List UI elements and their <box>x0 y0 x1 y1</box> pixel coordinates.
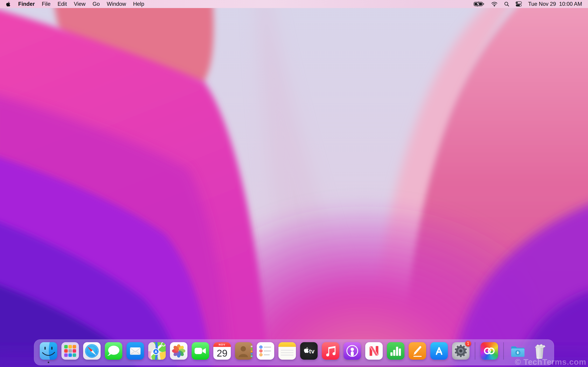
desktop-wallpaper <box>0 0 588 367</box>
dock-item-maps[interactable] <box>148 342 166 360</box>
apple-tv-icon: tv <box>300 342 318 360</box>
dock-item-pages[interactable] <box>409 342 426 360</box>
dock-item-numbers[interactable] <box>387 342 404 360</box>
dock-item-facetime[interactable] <box>192 342 209 360</box>
dock-item-music[interactable] <box>322 342 339 360</box>
control-center[interactable] <box>516 1 522 7</box>
dock-item-podcasts[interactable] <box>344 342 361 360</box>
menu-item-edit[interactable]: Edit <box>58 1 67 7</box>
menu-bar-left: Finder File Edit View Go Window Help <box>6 1 144 7</box>
dock-item-mail[interactable] <box>127 342 144 360</box>
dock-item-contacts[interactable] <box>235 342 252 360</box>
menu-clock[interactable]: Tue Nov 29 10:00 AM <box>528 1 582 7</box>
launchpad-icon <box>61 342 79 360</box>
dock-item-calendar[interactable]: NOV 29 <box>213 342 231 360</box>
dock-item-photos[interactable] <box>170 342 187 360</box>
dock-separator <box>503 342 504 360</box>
spotlight-search[interactable] <box>504 1 509 7</box>
dock-item-safari[interactable] <box>83 342 101 360</box>
search-icon <box>504 1 509 7</box>
maps-icon <box>148 342 166 360</box>
creative-cloud-icon <box>481 342 498 360</box>
notes-icon <box>278 342 296 360</box>
menu-item-help[interactable]: Help <box>133 1 144 7</box>
apple-logo-icon <box>6 1 10 7</box>
dock-item-trash[interactable] <box>531 342 548 360</box>
podcasts-icon <box>344 342 361 360</box>
tv-label: tv <box>309 348 315 355</box>
dock-item-news[interactable] <box>365 342 383 360</box>
menu-item-finder[interactable]: Finder <box>18 1 35 7</box>
dock-item-app-store[interactable] <box>430 342 448 360</box>
messages-icon <box>105 342 122 360</box>
downloads-folder-icon <box>509 342 527 360</box>
contacts-icon <box>235 342 252 360</box>
facetime-icon <box>192 342 209 360</box>
dock-item-creative-cloud[interactable] <box>481 342 498 360</box>
dock-item-messages[interactable] <box>105 342 122 360</box>
menu-item-go[interactable]: Go <box>93 1 100 7</box>
app-store-icon <box>430 342 448 360</box>
running-indicator-dot <box>48 362 49 363</box>
dock-separator <box>475 342 475 360</box>
numbers-icon <box>387 342 404 360</box>
finder-icon <box>40 342 57 360</box>
calendar-month-label: NOV <box>213 342 231 347</box>
news-icon <box>365 342 383 360</box>
clock-date: Tue Nov 29 <box>528 1 556 7</box>
menu-bar-status-area: Tue Nov 29 10:00 AM <box>474 1 582 7</box>
menu-item-view[interactable]: View <box>74 1 86 7</box>
dock: NOV 29 <box>34 339 554 365</box>
dock-item-launchpad[interactable] <box>61 342 79 360</box>
clock-time: 10:00 AM <box>559 1 582 7</box>
trash-full-icon <box>531 342 548 360</box>
notification-badge: 1 <box>465 341 471 347</box>
dock-item-system-preferences[interactable]: 1 <box>452 342 469 360</box>
wifi-icon <box>491 1 498 7</box>
music-icon <box>322 342 339 360</box>
watermark: © TechTerms.com <box>515 357 586 367</box>
calendar-day-label: 29 <box>213 347 231 360</box>
control-center-icon <box>516 1 522 7</box>
menu-item-file[interactable]: File <box>42 1 51 7</box>
dock-item-finder[interactable] <box>40 342 57 360</box>
battery-indicator[interactable] <box>474 1 485 7</box>
dock-item-reminders[interactable] <box>257 342 274 360</box>
reminders-icon <box>257 342 274 360</box>
dock-item-downloads[interactable] <box>509 342 527 360</box>
apple-menu[interactable] <box>6 1 10 7</box>
dock-item-notes[interactable] <box>278 342 296 360</box>
dock-item-tv[interactable]: tv <box>300 342 318 360</box>
photos-icon <box>170 342 187 360</box>
monterey-wallpaper-art <box>0 0 588 367</box>
wifi-indicator[interactable] <box>491 1 498 7</box>
menu-item-window[interactable]: Window <box>107 1 126 7</box>
safari-icon <box>83 342 101 360</box>
battery-charging-icon <box>474 1 485 7</box>
pages-icon <box>409 342 426 360</box>
menu-bar: Finder File Edit View Go Window Help Tue… <box>0 0 588 8</box>
mail-icon <box>127 342 144 360</box>
